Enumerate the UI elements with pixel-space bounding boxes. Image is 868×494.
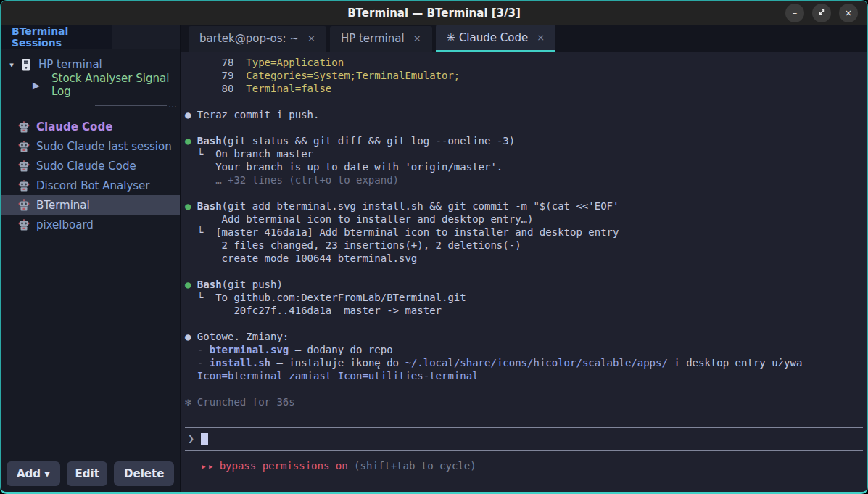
session-label: Claude Code bbox=[36, 120, 112, 133]
terminal-line bbox=[185, 317, 863, 330]
session-list: Claude CodeSudo Claude last sessionSudo … bbox=[1, 117, 180, 234]
terminal-line: Icon=bterminal zamiast Icon=utilities-te… bbox=[185, 369, 863, 382]
tab-label: ✳ Claude Code bbox=[447, 31, 529, 44]
tree-item-label: HP terminal bbox=[38, 58, 102, 71]
terminal-view[interactable]: 78 Type=Application 79 Categories=System… bbox=[181, 52, 867, 492]
terminal-line: 20fc27f..416da1a master -> master bbox=[185, 304, 863, 317]
tab-hp-terminal[interactable]: HP terminal× bbox=[330, 26, 432, 52]
terminal-line: Your branch is up to date with 'origin/m… bbox=[185, 160, 863, 173]
tab-label: HP terminal bbox=[341, 32, 405, 45]
session-item-discord-bot-analyser[interactable]: Discord Bot Analyser bbox=[1, 176, 180, 195]
sessions-panel-title: BTerminal Sessions bbox=[12, 25, 112, 49]
session-item-sudo-claude-last-session[interactable]: Sudo Claude last session bbox=[1, 136, 180, 156]
terminal-line bbox=[185, 265, 863, 278]
main-split: BTerminal Sessions ▾ HP terminal ▶ Stock… bbox=[1, 25, 867, 492]
terminal-line: 2 files changed, 23 insertions(+), 2 del… bbox=[185, 239, 863, 252]
tab-label: bartek@pop-os: ~ bbox=[199, 32, 299, 45]
delete-button[interactable]: Delete bbox=[114, 461, 174, 486]
session-item-claude-code[interactable]: Claude Code bbox=[1, 117, 180, 136]
divider-line bbox=[95, 105, 167, 106]
play-icon: ▶ bbox=[33, 80, 40, 91]
robot-icon bbox=[18, 219, 30, 231]
minimize-icon: – bbox=[793, 7, 798, 18]
terminal-line: 78 Type=Application bbox=[185, 56, 863, 69]
terminal-line bbox=[185, 121, 863, 134]
terminal-line: ● Bash(git add bterminal.svg install.sh … bbox=[185, 199, 863, 213]
tab-bartek-pop-os[interactable]: bartek@pop-os: ~× bbox=[189, 26, 326, 52]
tree-divider: … bbox=[1, 99, 180, 111]
terminal-line: 79 Categories=System;TerminalEmulator; bbox=[185, 69, 863, 82]
terminal-line: ● Teraz commit i push. bbox=[185, 108, 863, 121]
close-button[interactable]: × bbox=[839, 4, 858, 22]
tab-close-icon[interactable]: × bbox=[307, 33, 315, 44]
terminal-line: └ On branch master bbox=[185, 147, 863, 160]
window-title: BTerminal — BTerminal [3/3] bbox=[1, 7, 867, 20]
terminal-line: └ [master 416da1a] Add bterminal icon to… bbox=[185, 226, 863, 239]
minimize-button[interactable]: – bbox=[785, 4, 804, 22]
tab-close-icon[interactable]: × bbox=[413, 33, 421, 44]
terminal-line: ● Bash(git push) bbox=[185, 278, 863, 291]
chevron-down-icon[interactable]: ▾ bbox=[1, 60, 17, 70]
prompt-icon: ❯ bbox=[188, 433, 194, 445]
tree-item-stock-analyser[interactable]: ▶ Stock Analyser Signal Log bbox=[1, 75, 180, 95]
sidebar-header: BTerminal Sessions bbox=[1, 25, 180, 49]
app-window: BTerminal — BTerminal [3/3] – × BTermina… bbox=[0, 0, 868, 494]
terminal-line: ● Gotowe. Zmiany: bbox=[185, 330, 863, 343]
tab-close-icon[interactable]: × bbox=[537, 32, 545, 43]
tree-child-label: Stock Analyser Signal Log bbox=[51, 72, 180, 98]
session-item-sudo-claude-code[interactable]: Sudo Claude Code bbox=[1, 156, 180, 176]
session-label: BTerminal bbox=[36, 199, 90, 212]
edit-button[interactable]: Edit bbox=[67, 461, 108, 486]
terminal-line bbox=[185, 382, 863, 395]
terminal-output: 78 Type=Application 79 Categories=System… bbox=[185, 56, 863, 408]
terminal-line: Add bterminal icon to installer and desk… bbox=[185, 213, 863, 226]
tab-bar: bartek@pop-os: ~×HP terminal×✳ Claude Co… bbox=[181, 25, 867, 52]
title-bar: BTerminal — BTerminal [3/3] – × bbox=[1, 1, 867, 25]
terminal-line: create mode 100644 bterminal.svg bbox=[185, 252, 863, 265]
terminal-line bbox=[185, 95, 863, 108]
bypass-permissions-label: bypass permissions on bbox=[220, 460, 348, 472]
sidebar-buttons: Add ▾ Edit Delete bbox=[1, 456, 180, 492]
sessions-sidebar: BTerminal Sessions ▾ HP terminal ▶ Stock… bbox=[1, 25, 181, 492]
session-item-pixelboard[interactable]: pixelboard bbox=[1, 215, 180, 234]
terminal-pane: bartek@pop-os: ~×HP terminal×✳ Claude Co… bbox=[181, 25, 867, 492]
robot-icon bbox=[18, 141, 30, 152]
robot-icon bbox=[18, 199, 30, 211]
terminal-line: … +32 lines (ctrl+o to expand) bbox=[185, 173, 863, 186]
add-button[interactable]: Add ▾ bbox=[7, 461, 60, 486]
close-icon: × bbox=[845, 7, 853, 18]
terminal-line bbox=[185, 186, 863, 199]
ellipsis-icon: … bbox=[168, 99, 177, 110]
robot-icon bbox=[18, 121, 30, 133]
fast-forward-icon: ▸▸ bbox=[201, 461, 215, 472]
tab-claude-code[interactable]: ✳ Claude Code× bbox=[436, 25, 556, 52]
session-label: Sudo Claude Code bbox=[36, 160, 136, 173]
claude-input-box[interactable]: ❯ bbox=[185, 427, 863, 451]
sessions-tree: ▾ HP terminal ▶ Stock Analyser Signal Lo… bbox=[1, 49, 180, 456]
session-item-bterminal[interactable]: BTerminal bbox=[1, 195, 180, 215]
cycle-hint bbox=[348, 460, 354, 472]
session-label: Sudo Claude last session bbox=[36, 140, 172, 153]
status-line: ▸▸bypass permissions on (shift+tab to cy… bbox=[185, 451, 863, 492]
robot-icon bbox=[18, 180, 30, 192]
computer-icon bbox=[18, 59, 34, 71]
text-cursor bbox=[201, 433, 208, 445]
terminal-line: ✻ Crunched for 36s bbox=[185, 395, 863, 408]
shortcut-hint: (shift+tab to cycle) bbox=[354, 460, 476, 472]
terminal-line: ● Bash(git status && git diff && git log… bbox=[185, 134, 863, 147]
robot-icon bbox=[18, 160, 30, 172]
terminal-line: └ To github.com:DexterFromLab/BTerminal.… bbox=[185, 291, 863, 304]
maximize-icon bbox=[818, 7, 826, 18]
sessions-panel-tab[interactable]: BTerminal Sessions bbox=[1, 25, 112, 49]
session-label: pixelboard bbox=[36, 218, 94, 231]
terminal-line: 80 Terminal=false bbox=[185, 82, 863, 95]
maximize-button[interactable] bbox=[812, 4, 831, 22]
session-label: Discord Bot Analyser bbox=[36, 179, 149, 192]
terminal-line: - install.sh — instaluje ikonę do ~/.loc… bbox=[185, 356, 863, 369]
terminal-line: - bterminal.svg — dodany do repo bbox=[185, 343, 863, 356]
